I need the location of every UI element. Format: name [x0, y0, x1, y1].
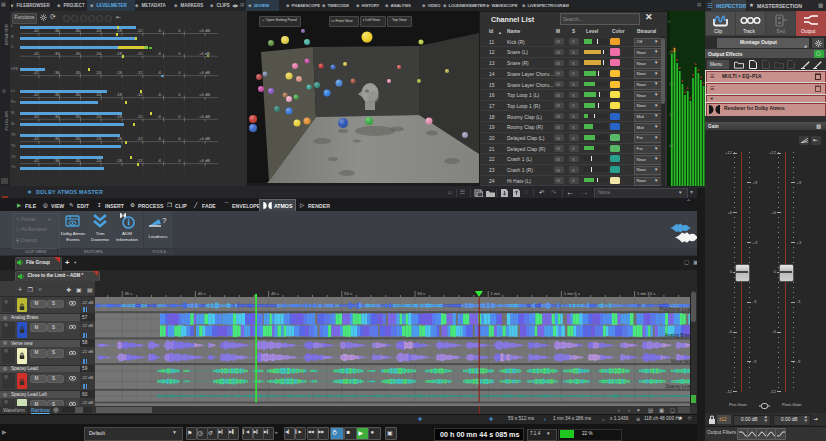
svg-text:-48: -48: [668, 144, 673, 148]
svg-text:Spacey Lead: Spacey Lead: [665, 384, 692, 389]
svg-text:Prechorus Lead: Prechorus Lead: [660, 307, 693, 312]
svg-text:-36: -36: [668, 113, 673, 117]
svg-text:?: ?: [162, 216, 167, 225]
svg-text:Analog Brass: Analog Brass: [665, 333, 693, 338]
svg-text:-24: -24: [668, 82, 673, 86]
svg-text:0: 0: [668, 20, 670, 24]
svg-text:-12: -12: [668, 51, 673, 55]
